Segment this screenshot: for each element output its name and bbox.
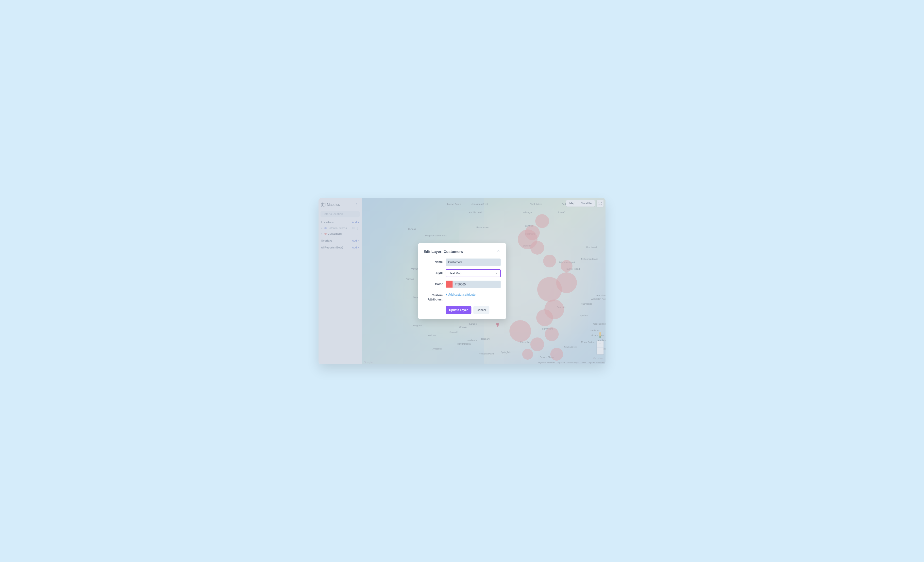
style-select[interactable]: Heat Map [446,269,501,277]
close-icon [496,249,500,252]
edit-layer-modal: Edit Layer: Customers Name Style Heat Ma… [418,243,506,319]
plus-icon: + [446,293,447,296]
color-input[interactable] [453,281,501,288]
custom-attributes-row: Custom Attributes: + Add custom attribut… [423,292,501,302]
close-button[interactable] [496,249,501,254]
style-label: Style [423,269,442,275]
style-value: Heat Map [448,272,461,275]
update-layer-button[interactable]: Update Layer [446,306,471,314]
name-row: Name [423,258,501,266]
cancel-button[interactable]: Cancel [473,306,489,314]
color-swatch[interactable] [446,281,453,288]
style-row: Style Heat Map [423,269,501,277]
modal-header: Edit Layer: Customers [423,249,501,254]
color-label: Color [423,281,442,286]
modal-actions: Update Layer Cancel [423,306,501,314]
custom-attributes-label: Custom Attributes: [423,292,442,302]
app-window: Mapulus ⋮ Locations Add + ▸ Potenti [318,198,606,364]
name-input[interactable] [446,258,501,266]
chevron-down-icon [495,272,498,275]
color-row: Color [423,281,501,288]
modal-title: Edit Layer: Customers [423,249,463,253]
name-label: Name [423,258,442,264]
add-custom-attribute-link[interactable]: + Add custom attribute [446,292,501,296]
